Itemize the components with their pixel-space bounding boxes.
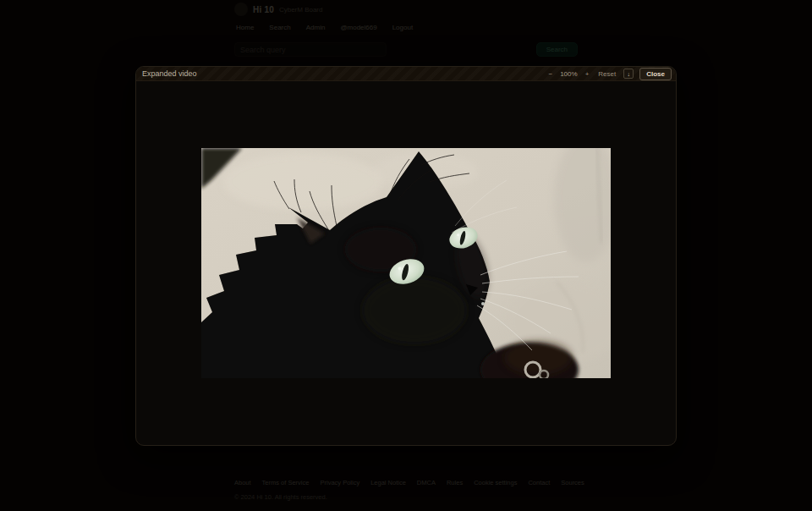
modal-toolbar: − 100% + Reset ↓ Close (546, 68, 672, 80)
modal-title: Expanded video (142, 69, 197, 78)
modal-body (136, 81, 676, 445)
download-button[interactable]: ↓ (623, 69, 634, 79)
close-button[interactable]: Close (639, 68, 672, 80)
zoom-out-button[interactable]: − (546, 70, 554, 78)
video-frame[interactable] (201, 148, 611, 378)
reset-zoom-button[interactable]: Reset (596, 70, 617, 78)
cat-chin-glint (481, 302, 485, 305)
modal-titlebar: Expanded video − 100% + Reset ↓ Close (136, 67, 676, 81)
zoom-level-value: 100% (560, 70, 577, 78)
zoom-in-button[interactable]: + (584, 70, 591, 78)
download-icon: ↓ (627, 71, 630, 77)
expanded-video-modal: Expanded video − 100% + Reset ↓ Close (135, 66, 677, 446)
